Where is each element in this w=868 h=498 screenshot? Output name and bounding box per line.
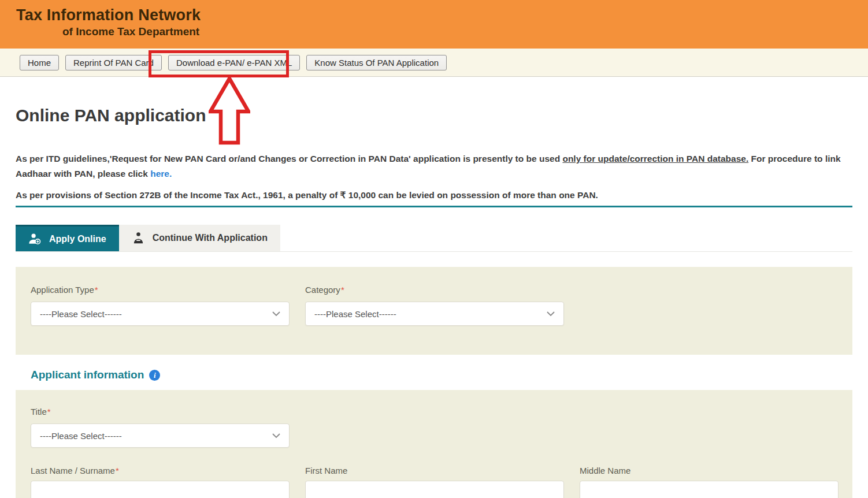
nav-download-epan-button[interactable]: Download e-PAN/ e-PAN XML <box>168 55 300 70</box>
title-select[interactable]: ----Please Select------ <box>31 423 290 448</box>
guidelines-note-text2: For procedure to link <box>748 154 840 163</box>
first-name-input[interactable] <box>305 481 564 498</box>
middle-name-input[interactable] <box>580 481 839 498</box>
nav-know-status-button[interactable]: Know Status Of PAN Application <box>306 55 447 70</box>
navbar: Home Reprint Of PAN Card Download e-PAN/… <box>0 49 868 77</box>
person-add-icon <box>28 232 42 246</box>
category-label: Category* <box>305 285 564 295</box>
last-name-input[interactable] <box>31 481 290 498</box>
application-type-label: Application Type* <box>31 285 290 295</box>
site-header: Tax Information Network of Income Tax De… <box>0 0 868 49</box>
teal-divider <box>16 206 852 207</box>
chevron-down-icon <box>547 311 555 317</box>
required-asterisk: * <box>341 285 344 295</box>
person-document-icon <box>132 232 145 245</box>
required-asterisk: * <box>47 407 51 417</box>
site-subtitle: of Income Tax Department <box>62 25 868 38</box>
here-link[interactable]: here. <box>150 169 172 179</box>
applicant-information-title: Applicant information <box>31 369 144 381</box>
guidelines-note-text: As per ITD guidelines,'Request for New P… <box>16 154 562 163</box>
application-type-select[interactable]: ----Please Select------ <box>31 302 290 326</box>
application-type-panel: Application Type* ----Please Select-----… <box>16 267 852 355</box>
guidelines-note-emphasis: only for update/correction in PAN databa… <box>562 154 748 163</box>
nav-reprint-pan-card-button[interactable]: Reprint Of PAN Card <box>65 55 162 70</box>
main-content: Online PAN application As per ITD guidel… <box>0 105 868 498</box>
first-name-label: First Name <box>305 466 564 475</box>
page-title: Online PAN application <box>16 105 852 125</box>
tab-continue-label: Continue With Application <box>153 233 268 243</box>
chevron-down-icon <box>272 311 280 317</box>
page: Tax Information Network of Income Tax De… <box>0 0 868 498</box>
category-select-value: ----Please Select------ <box>314 309 396 319</box>
chevron-down-icon <box>272 433 280 438</box>
tab-continue-with-application[interactable]: Continue With Application <box>119 225 280 251</box>
title-label: Title* <box>31 407 290 417</box>
site-title: Tax Information Network <box>16 6 868 24</box>
tab-bar: Apply Online Continue With Application <box>16 225 852 252</box>
last-name-label: Last Name / Surname* <box>31 466 290 475</box>
category-select[interactable]: ----Please Select------ <box>305 302 564 326</box>
required-asterisk: * <box>116 466 119 475</box>
applicant-information-panel: Title* ----Please Select------ Last Name… <box>16 390 852 498</box>
penalty-note: As per provisions of Section 272B of the… <box>16 189 852 201</box>
application-type-select-value: ----Please Select------ <box>40 309 122 319</box>
nav-home-button[interactable]: Home <box>20 55 59 70</box>
info-icon[interactable]: i <box>149 370 160 381</box>
middle-name-label: Middle Name <box>580 466 839 475</box>
title-select-value: ----Please Select------ <box>40 431 122 441</box>
tab-apply-online-label: Apply Online <box>49 234 106 244</box>
tab-apply-online[interactable]: Apply Online <box>16 225 119 251</box>
guidelines-note-text3: Aadhaar with PAN, please click <box>16 169 150 179</box>
applicant-information-heading: Applicant information i <box>31 369 852 381</box>
guidelines-note: As per ITD guidelines,'Request for New P… <box>16 151 852 181</box>
required-asterisk: * <box>95 285 98 295</box>
